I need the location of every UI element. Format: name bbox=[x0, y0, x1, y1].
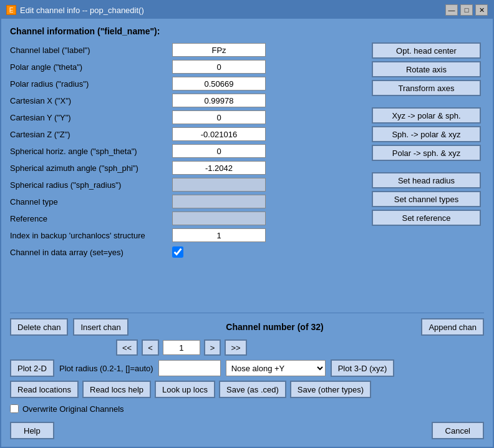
main-area: Channel label ("label") Polar angle ("th… bbox=[10, 42, 484, 309]
field-input-8[interactable] bbox=[172, 178, 266, 192]
bottom-section: Delete chan Insert chan Channel number (… bbox=[10, 313, 484, 439]
field-label-4: Cartesian Y ("Y") bbox=[10, 113, 172, 122]
right-panel: Opt. head center Rotate axis Transform a… bbox=[372, 42, 484, 309]
plot-2d-button[interactable]: Plot 2-D bbox=[10, 359, 54, 377]
set-channel-types-button[interactable]: Set channel types bbox=[372, 191, 481, 207]
field-input-9[interactable] bbox=[172, 195, 266, 208]
field-input-10[interactable] bbox=[172, 212, 266, 225]
field-row-radius: Polar radius ("radius") bbox=[10, 76, 366, 91]
field-input-6[interactable] bbox=[172, 144, 266, 158]
close-button[interactable]: ✕ bbox=[475, 4, 488, 16]
append-chan-button[interactable]: Append chan bbox=[421, 318, 484, 336]
field-input-5[interactable] bbox=[172, 127, 266, 141]
plot-radius-input[interactable] bbox=[158, 360, 221, 376]
field-label-5: Cartesian Z ("Z") bbox=[10, 130, 172, 139]
polar-sph-button[interactable]: Polar -> sph. & xyz bbox=[372, 145, 481, 161]
field-row-sph-radius: Spherical radius ("sph_radius") bbox=[10, 177, 366, 192]
field-input-7[interactable] bbox=[172, 161, 266, 175]
field-input-3[interactable] bbox=[172, 94, 266, 107]
overwrite-row: Overwrite Original Channels bbox=[10, 402, 484, 416]
minimize-button[interactable]: — bbox=[445, 4, 458, 16]
look-up-locs-button[interactable]: Look up locs bbox=[155, 381, 215, 398]
plot-radius-label: Plot radius (0.2-1, []=auto) bbox=[59, 364, 153, 373]
cancel-button[interactable]: Cancel bbox=[432, 422, 484, 439]
delete-chan-button[interactable]: Delete chan bbox=[10, 318, 68, 336]
field-row-theta: Polar angle ("theta") bbox=[10, 59, 366, 74]
nav-row: << < > >> bbox=[10, 339, 484, 356]
title-bar: E Edit channel info -- pop_chanedit() — … bbox=[1, 1, 493, 19]
window-icon: E bbox=[6, 5, 16, 15]
field-label-9: Channel type bbox=[10, 197, 172, 207]
sph-polar-button[interactable]: Sph. -> polar & xyz bbox=[372, 126, 481, 142]
save-other-button[interactable]: Save (other types) bbox=[290, 381, 371, 398]
nose-direction-dropdown[interactable]: Nose along +Y Nose along +X Nose along -… bbox=[226, 360, 326, 376]
field-label-7: Spherical azimuth angle ("sph_phi") bbox=[10, 163, 172, 173]
footer-row: Help Cancel bbox=[10, 419, 484, 439]
overwrite-checkbox[interactable] bbox=[10, 404, 19, 413]
opt-head-center-button[interactable]: Opt. head center bbox=[372, 42, 481, 59]
delete-insert-row: Delete chan Insert chan Channel number (… bbox=[10, 318, 484, 336]
channel-number-input[interactable] bbox=[163, 340, 200, 355]
field-row-sph-theta: Spherical horiz. angle ("sph_theta") bbox=[10, 144, 366, 158]
field-input-2[interactable] bbox=[172, 77, 266, 90]
next-button[interactable]: > bbox=[204, 339, 221, 356]
field-input-11[interactable] bbox=[172, 228, 266, 242]
window-title: Edit channel info -- pop_chanedit() bbox=[20, 6, 144, 15]
field-label-10: Reference bbox=[10, 214, 172, 223]
field-row-x: Cartesian X ("X") bbox=[10, 93, 366, 108]
prev-button[interactable]: < bbox=[142, 339, 159, 356]
data-array-checkbox[interactable] bbox=[172, 246, 183, 258]
insert-chan-button[interactable]: Insert chan bbox=[73, 318, 128, 336]
field-row-sph-phi: Spherical azimuth angle ("sph_phi") bbox=[10, 160, 366, 175]
title-bar-left: E Edit channel info -- pop_chanedit() bbox=[6, 5, 144, 15]
field-label-3: Cartesian X ("X") bbox=[10, 96, 172, 105]
field-label-2: Polar radius ("radius") bbox=[10, 79, 172, 89]
field-row-label: Channel label ("label") bbox=[10, 42, 366, 57]
field-row-index: Index in backup 'urchanlocs' structure bbox=[10, 228, 366, 243]
read-locs-help-button[interactable]: Read locs help bbox=[82, 381, 151, 398]
field-input-0[interactable] bbox=[172, 43, 266, 57]
field-row-z: Cartesian Z ("Z") bbox=[10, 127, 366, 142]
field-input-1[interactable] bbox=[172, 60, 266, 74]
field-label-6: Spherical horiz. angle ("sph_theta") bbox=[10, 147, 172, 156]
help-button[interactable]: Help bbox=[10, 422, 54, 439]
plot-row: Plot 2-D Plot radius (0.2-1, []=auto) No… bbox=[10, 359, 484, 377]
maximize-button[interactable]: □ bbox=[460, 4, 473, 16]
next-next-button[interactable]: >> bbox=[225, 339, 246, 356]
field-input-4[interactable] bbox=[172, 110, 266, 124]
field-label-8: Spherical radius ("sph_radius") bbox=[10, 180, 172, 190]
prev-prev-button[interactable]: << bbox=[116, 339, 138, 356]
transform-axes-button[interactable]: Transform axes bbox=[372, 80, 481, 96]
overwrite-label: Overwrite Original Channels bbox=[22, 404, 124, 414]
bottom-btns-row: Read locations Read locs help Look up lo… bbox=[10, 381, 484, 398]
read-locations-button[interactable]: Read locations bbox=[10, 381, 79, 398]
section-title: Channel information ("field_name"): bbox=[10, 26, 484, 36]
field-row-reference: Reference bbox=[10, 211, 366, 226]
title-controls: — □ ✕ bbox=[445, 4, 488, 16]
field-label-12: Channel in data array (set=yes) bbox=[10, 248, 172, 257]
xyz-polar-button[interactable]: Xyz -> polar & sph. bbox=[372, 107, 481, 124]
set-reference-button[interactable]: Set reference bbox=[372, 210, 481, 226]
field-row-data-array: Channel in data array (set=yes) bbox=[10, 245, 366, 260]
set-head-radius-button[interactable]: Set head radius bbox=[372, 172, 481, 188]
left-panel: Channel label ("label") Polar angle ("th… bbox=[10, 42, 366, 309]
content-area: Channel information ("field_name"): Chan… bbox=[1, 19, 493, 447]
field-label-0: Channel label ("label") bbox=[10, 46, 172, 55]
field-row-chan-type: Channel type bbox=[10, 194, 366, 209]
rotate-axis-button[interactable]: Rotate axis bbox=[372, 61, 481, 77]
plot-3d-button[interactable]: Plot 3-D (xyz) bbox=[331, 359, 395, 377]
field-row-y: Cartesian Y ("Y") bbox=[10, 110, 366, 125]
channel-number-label: Channel number (of 32) bbox=[226, 322, 323, 332]
field-label-1: Polar angle ("theta") bbox=[10, 62, 172, 72]
main-window: E Edit channel info -- pop_chanedit() — … bbox=[0, 0, 494, 448]
save-ced-button[interactable]: Save (as .ced) bbox=[219, 381, 286, 398]
field-label-11: Index in backup 'urchanlocs' structure bbox=[10, 231, 172, 240]
